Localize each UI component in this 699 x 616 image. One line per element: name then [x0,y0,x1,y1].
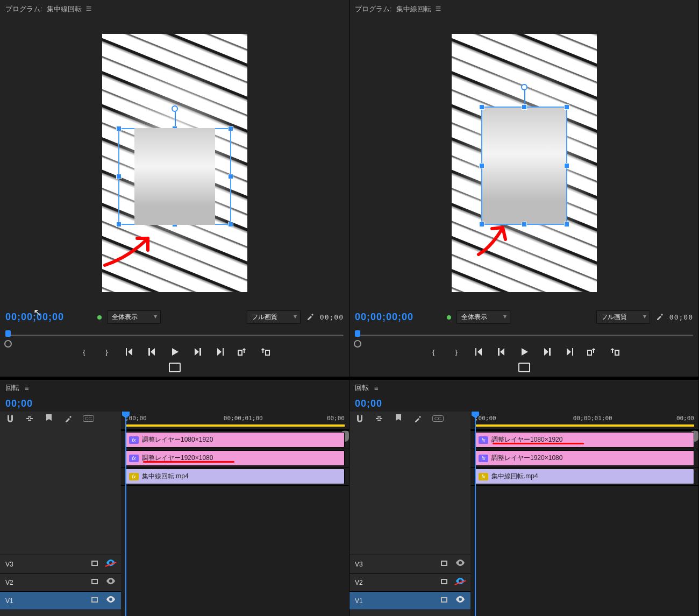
step-back-button[interactable] [496,346,507,357]
playhead[interactable] [475,412,476,616]
current-timecode[interactable]: 00;00;00;00 [355,311,413,323]
program-view[interactable] [452,34,597,292]
safe-margins-button[interactable] [169,363,181,372]
track-toggle-output[interactable] [91,560,101,569]
track-toggle-output[interactable] [91,596,101,606]
handle-lc[interactable] [116,174,122,179]
work-area-bar[interactable] [475,424,694,427]
eye-icon[interactable] [106,578,116,587]
mark-in-button[interactable]: { [429,346,439,357]
track-label[interactable]: V2 [5,579,85,586]
handle-tl[interactable] [479,104,484,110]
panel-menu-icon[interactable]: ≡ [86,3,92,15]
rotation-handle[interactable] [172,105,178,112]
track-label[interactable]: V3 [355,561,435,568]
track-toggle-output[interactable] [440,578,450,587]
clip-adjustment-1920x1080[interactable]: fx 調整レイヤー1920×1080 [125,450,345,466]
go-to-out-button[interactable] [215,346,225,357]
track-label[interactable]: V2 [355,579,435,586]
handle-tl[interactable] [116,126,122,131]
lift-button[interactable] [237,346,248,357]
handle-bc[interactable] [522,222,527,227]
lift-button[interactable] [587,346,597,357]
play-button[interactable] [519,346,530,357]
mark-in-button[interactable]: { [79,346,90,357]
handle-tc[interactable] [522,104,527,110]
selection-box[interactable] [481,107,567,225]
quality-select[interactable]: フル画質 [247,310,301,324]
track-toggle-output[interactable] [91,578,101,587]
time-scrubber[interactable] [355,329,693,341]
linked-selection-button[interactable] [25,414,34,423]
timeline-current-timecode[interactable]: 00;00 [350,396,698,412]
handle-tr[interactable] [228,126,233,131]
go-to-in-button[interactable] [124,346,135,357]
extract-button[interactable] [609,346,620,357]
clip-adjustment-1920x1080[interactable]: fx 調整レイヤー1920×1080 [475,450,694,466]
captions-button[interactable]: CC [83,415,94,422]
eye-icon[interactable] [455,560,465,569]
extract-button[interactable] [260,346,270,357]
handle-lc[interactable] [479,163,484,168]
go-to-out-button[interactable] [564,346,575,357]
go-to-in-button[interactable] [474,346,484,357]
quality-select[interactable]: フル画質 [596,310,650,324]
track-label[interactable]: V3 [5,561,85,568]
program-view[interactable] [102,34,247,292]
panel-menu-icon[interactable]: ≡ [436,3,441,15]
step-back-button[interactable] [147,346,158,357]
linked-selection-button[interactable] [374,414,384,423]
snap-button[interactable] [5,414,15,423]
snap-button[interactable] [355,414,365,423]
mark-out-button[interactable]: } [102,346,112,357]
zoom-start-handle[interactable] [4,340,12,348]
handle-br[interactable] [228,222,233,227]
handle-rc[interactable] [564,163,569,168]
track-visibility-hidden[interactable] [106,560,116,569]
marker-button[interactable] [44,414,54,423]
handle-br[interactable] [564,222,569,227]
handle-bl[interactable] [116,222,122,227]
track-label[interactable]: V1 [5,597,85,605]
panel-menu-icon[interactable]: ≡ [25,384,29,392]
step-forward-button[interactable] [192,346,203,357]
captions-button[interactable]: CC [432,415,444,422]
settings-wrench-icon[interactable] [413,414,423,423]
mark-out-button[interactable]: } [451,346,462,357]
eye-icon[interactable] [455,596,465,606]
settings-icon[interactable] [655,312,664,322]
timeline-current-timecode[interactable]: 00;00 [0,396,349,412]
play-button[interactable] [169,346,180,357]
zoom-select[interactable]: 全体表示 [107,310,161,324]
clip-bg-video[interactable]: fx 集中線回転.mp4 [125,469,345,484]
timeline-title: 回転 [5,383,19,393]
current-timecode[interactable]: 00;00;00;00 [5,311,64,323]
settings-wrench-icon[interactable] [63,414,73,423]
rotation-handle[interactable] [521,84,527,90]
track-toggle-output[interactable] [440,560,450,569]
playhead-scrub[interactable] [5,330,11,337]
panel-menu-icon[interactable]: ≡ [374,384,379,392]
track-visibility-hidden[interactable] [455,578,465,587]
zoom-select[interactable]: 全体表示 [457,310,510,324]
clip-bg-video[interactable]: fx 集中線回転.mp4 [475,469,694,484]
work-area-bar[interactable] [125,424,345,427]
clip-adjustment-1080x1920[interactable]: fx 調整レイヤー1080×1920 [125,432,345,448]
time-scrubber[interactable] [5,329,344,341]
track-toggle-output[interactable] [440,596,450,606]
time-ruler[interactable]: ;00;00 00;00;01;00 00;00 [470,412,698,430]
step-forward-button[interactable] [541,346,552,357]
handle-bl[interactable] [479,222,484,227]
settings-icon[interactable] [306,312,315,322]
track-label[interactable]: V1 [355,597,435,605]
marker-button[interactable] [394,414,403,423]
time-ruler[interactable]: ;00;00 00;00;01;00 00;00 [121,412,349,430]
playhead[interactable] [125,412,126,616]
handle-tr[interactable] [564,104,569,110]
handle-rc[interactable] [228,174,233,179]
clip-adjustment-1080x1920[interactable]: fx 調整レイヤー1080×1920 [475,432,694,448]
playhead-scrub[interactable] [355,330,360,337]
zoom-start-handle[interactable] [354,340,361,348]
safe-margins-button[interactable] [518,363,530,372]
eye-icon[interactable] [106,596,116,606]
